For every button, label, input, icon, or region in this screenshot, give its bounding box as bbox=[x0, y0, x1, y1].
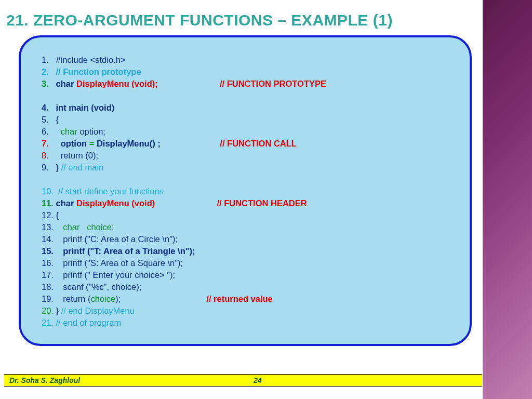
code-text: option bbox=[61, 139, 87, 148]
line-num: 16. bbox=[42, 258, 54, 268]
code-line: 11. char DisplayMenu (void) // FUNCTION … bbox=[42, 197, 449, 209]
code-text: // end of program bbox=[56, 318, 122, 327]
code-text: = bbox=[87, 139, 97, 148]
code-text: printf ("S: Area of a Square \n"); bbox=[63, 258, 183, 268]
line-num: 19. bbox=[42, 294, 54, 303]
line-num: 21. bbox=[42, 318, 54, 327]
code-text: char bbox=[56, 79, 74, 88]
code-line: 14. printf ("C: Area of a Circle \n"); bbox=[42, 233, 449, 245]
code-text: choice bbox=[79, 222, 111, 232]
code-line: 17. printf (" Enter your choice> "); bbox=[42, 269, 449, 281]
code-text: char bbox=[61, 127, 77, 136]
code-line: 21. // end of program bbox=[42, 317, 449, 329]
code-text: printf ("C: Area of a Circle \n"); bbox=[63, 234, 178, 244]
code-text: DisplayMenu (void) bbox=[74, 198, 155, 208]
code-line: 6. char option; bbox=[42, 126, 449, 138]
code-text: char bbox=[56, 198, 74, 208]
line-num: 11. bbox=[42, 198, 54, 208]
code-text: #include <stdio.h> bbox=[56, 55, 126, 64]
line-num: 17. bbox=[42, 270, 54, 280]
code-text: return (0); bbox=[61, 151, 98, 160]
code-line: 9. } // end main bbox=[42, 162, 449, 174]
code-line: 16. printf ("S: Area of a Square \n"); bbox=[42, 257, 449, 269]
code-text: printf (" Enter your choice> "); bbox=[63, 270, 175, 280]
code-line: 19. return (choice); // returned value bbox=[42, 293, 449, 305]
code-comment: // FUNCTION HEADER bbox=[217, 198, 307, 208]
code-text: DisplayMenu (void); bbox=[74, 79, 157, 88]
code-line: 18. scanf ("%c", choice); bbox=[42, 281, 449, 293]
footer-bar: Dr. Soha S. Zaghloul 24 bbox=[4, 374, 482, 387]
code-comment: // FUNCTION PROTOTYPE bbox=[220, 79, 326, 88]
code-text: DisplayMenu() ; bbox=[97, 139, 161, 148]
code-text: ; bbox=[112, 222, 114, 232]
footer-page-number: 24 bbox=[254, 376, 262, 384]
code-text: ; bbox=[103, 127, 105, 136]
code-text: ); bbox=[115, 294, 121, 303]
line-num: 14. bbox=[42, 234, 54, 244]
code-text: choice bbox=[90, 294, 115, 303]
code-comment: // returned value bbox=[206, 294, 272, 303]
code-line: 10. // start define your functions bbox=[42, 185, 449, 197]
decorative-band bbox=[483, 0, 532, 399]
line-num: 2. bbox=[42, 67, 49, 76]
code-line: 7. option = DisplayMenu() ; // FUNCTION … bbox=[42, 138, 449, 150]
line-num: 1. bbox=[42, 55, 49, 64]
line-num: 9. bbox=[42, 163, 49, 172]
code-text: { bbox=[56, 210, 59, 220]
blank-line bbox=[42, 90, 449, 102]
line-num: 8. bbox=[42, 151, 49, 160]
code-line: 2. // Function prototype bbox=[42, 66, 449, 78]
footer-author: Dr. Soha S. Zaghloul bbox=[9, 376, 80, 384]
code-text: return ( bbox=[63, 294, 90, 303]
code-line: 12. { bbox=[42, 209, 449, 221]
code-text: char bbox=[63, 222, 79, 232]
code-text: { bbox=[56, 115, 59, 124]
line-num: 10. bbox=[42, 187, 54, 196]
code-text: scanf ("%c", choice); bbox=[63, 282, 141, 291]
line-num: 13. bbox=[42, 222, 54, 232]
line-num: 15. bbox=[42, 246, 54, 256]
line-num: 6. bbox=[42, 127, 49, 136]
code-text: option bbox=[77, 127, 103, 136]
code-text: int main (void) bbox=[56, 103, 115, 112]
code-line: 8. return (0); bbox=[42, 150, 449, 162]
code-line: 13. char choice; bbox=[42, 221, 449, 233]
slide-title: 21. ZERO-ARGUMENT FUNCTIONS – EXAMPLE (1… bbox=[6, 11, 393, 29]
line-num: 5. bbox=[42, 115, 49, 124]
code-comment: // end DisplayMenu bbox=[59, 306, 135, 315]
line-num: 3. bbox=[42, 79, 49, 88]
code-line: 20. } // end DisplayMenu bbox=[42, 305, 449, 317]
code-line: 5. { bbox=[42, 114, 449, 126]
line-num: 18. bbox=[42, 282, 54, 291]
code-text: // start define your functions bbox=[58, 187, 164, 196]
code-comment: // FUNCTION CALL bbox=[220, 139, 297, 148]
code-container: 1. #include <stdio.h> 2. // Function pro… bbox=[19, 35, 472, 346]
blank-line bbox=[42, 174, 449, 185]
code-line: 1. #include <stdio.h> bbox=[42, 54, 449, 66]
line-num: 7. bbox=[42, 139, 49, 148]
line-num: 4. bbox=[42, 103, 49, 112]
code-line: 15. printf ("T: Area of a Triangle \n"); bbox=[42, 245, 449, 257]
code-text: // Function prototype bbox=[56, 67, 141, 76]
line-num: 20. bbox=[42, 306, 54, 315]
code-comment: // end main bbox=[59, 163, 103, 172]
line-num: 12. bbox=[42, 210, 54, 220]
code-text: printf ("T: Area of a Triangle \n"); bbox=[63, 246, 195, 256]
code-line: 3. char DisplayMenu (void); // FUNCTION … bbox=[42, 78, 449, 90]
code-line: 4. int main (void) bbox=[42, 102, 449, 114]
